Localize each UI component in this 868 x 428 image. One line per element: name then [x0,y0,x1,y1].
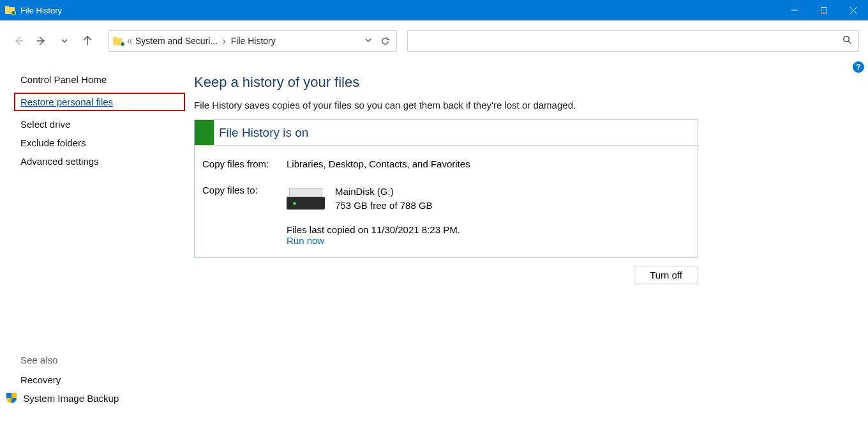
drive-space: 753 GB free of 788 GB [335,199,433,213]
chevron-right-icon[interactable]: › [220,36,228,46]
advanced-settings-link[interactable]: Advanced settings [20,156,185,167]
control-panel-home-link[interactable]: Control Panel Home [20,74,185,85]
exclude-folders-link[interactable]: Exclude folders [20,137,185,148]
back-button[interactable] [9,31,28,50]
file-history-app-icon [5,5,15,15]
forward-button[interactable] [32,31,51,50]
turn-off-button[interactable]: Turn off [634,266,698,284]
breadcrumb-ellipsis[interactable]: « [127,35,133,47]
up-button[interactable] [78,31,97,50]
search-input[interactable] [414,36,842,46]
select-drive-link[interactable]: Select drive [20,119,185,130]
search-bar[interactable] [407,30,859,52]
status-header: File History is on [195,120,698,146]
close-button[interactable] [839,0,868,20]
main-content: ? Keep a history of your files File Hist… [185,61,868,428]
system-image-backup-link[interactable]: System Image Backup [20,393,185,404]
maximize-button[interactable] [809,0,839,20]
address-dropdown-button[interactable] [362,36,375,46]
last-copied-text: Files last copied on 11/30/2021 8:23 PM. [287,224,690,235]
recovery-link[interactable]: Recovery [20,374,185,385]
search-icon[interactable] [842,35,852,47]
titlebar: File History [0,0,868,20]
copy-from-value: Libraries, Desktop, Contacts, and Favori… [287,158,470,169]
recent-dropdown-button[interactable] [55,31,74,50]
shield-icon [6,393,17,403]
status-indicator-icon [195,120,214,145]
drive-icon [287,188,325,210]
address-bar[interactable]: « System and Securi... › File History [108,30,397,52]
svg-rect-1 [821,8,827,13]
restore-personal-files-link[interactable]: Restore personal files [14,93,185,111]
drive-name: MainDisk (G:) [335,185,433,199]
copy-from-label: Copy files from: [202,158,287,169]
system-image-backup-label: System Image Backup [23,393,119,404]
svg-point-4 [844,36,849,41]
svg-line-5 [848,41,851,43]
status-title: File History is on [219,126,308,140]
minimize-button[interactable] [780,0,809,20]
toolbar: « System and Securi... › File History [0,20,868,61]
copy-to-label: Copy files to: [202,185,287,213]
breadcrumb-system-security[interactable]: System and Securi... [135,36,218,46]
page-description: File History saves copies of your files … [194,100,855,111]
status-panel: File History is on Copy files from: Libr… [194,119,698,258]
folder-icon [113,35,124,47]
help-button[interactable]: ? [853,61,864,73]
see-also-heading: See also [20,355,185,365]
window-title: File History [20,6,62,15]
sidebar: Control Panel Home Restore personal file… [0,61,185,428]
breadcrumb-file-history[interactable]: File History [231,36,276,46]
refresh-button[interactable] [377,31,393,50]
run-now-link[interactable]: Run now [287,235,690,246]
page-heading: Keep a history of your files [194,74,855,91]
